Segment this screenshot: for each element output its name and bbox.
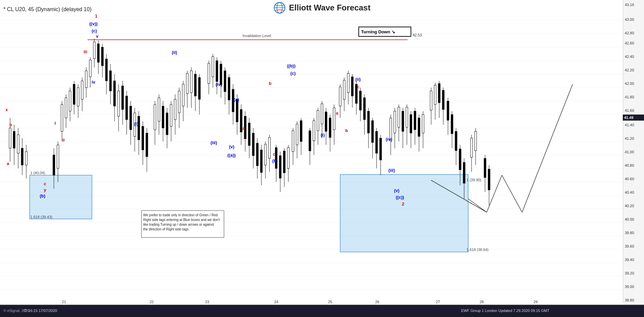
svg-rect-209 <box>367 111 369 133</box>
svg-rect-157 <box>252 133 254 156</box>
svg-rect-245 <box>451 115 453 134</box>
svg-rect-219 <box>394 111 396 133</box>
svg-rect-149 <box>236 99 238 122</box>
svg-rect-89 <box>105 59 107 81</box>
svg-text:25: 25 <box>328 300 332 304</box>
svg-rect-229 <box>414 111 416 130</box>
svg-rect-105 <box>138 116 140 140</box>
svg-rect-121 <box>174 99 176 120</box>
svg-text:22: 22 <box>150 300 154 304</box>
box2-level1: 1 (39.90) <box>466 178 481 182</box>
svg-rect-227 <box>410 115 412 133</box>
svg-rect-115 <box>162 106 164 128</box>
svg-rect-151 <box>240 109 242 132</box>
svg-text:39.20: 39.20 <box>625 271 634 275</box>
svg-rect-131 <box>194 74 196 96</box>
wave-2-right: 2 <box>402 201 404 207</box>
box1-b-label: (b) <box>40 193 45 198</box>
svg-rect-177 <box>296 124 298 145</box>
disclaimer-text-1: We prefer to trade only in direction of … <box>143 213 218 217</box>
wave-c-right: c <box>357 84 359 89</box>
svg-rect-107 <box>142 126 144 150</box>
svg-rect-55 <box>13 131 15 148</box>
svg-rect-193 <box>333 108 335 130</box>
svg-text:39.40: 39.40 <box>625 258 634 262</box>
svg-rect-129 <box>190 71 192 93</box>
wave-c-top: (c) <box>92 28 97 33</box>
svg-rect-59 <box>21 148 23 165</box>
svg-text:28: 28 <box>480 300 484 304</box>
svg-rect-139 <box>216 61 218 82</box>
svg-text:39.00: 39.00 <box>625 285 634 289</box>
wave-a-red-mid: a <box>243 126 245 131</box>
svg-rect-125 <box>182 84 184 106</box>
svg-rect-255 <box>475 131 477 151</box>
svg-rect-67 <box>61 104 63 131</box>
wave-b-red-lower: b <box>345 128 348 133</box>
wave-x: x <box>5 107 8 112</box>
svg-rect-69 <box>65 98 67 118</box>
svg-rect-63 <box>53 155 55 175</box>
invalidation-label: Invalidation Level <box>243 34 271 38</box>
wave-iii-red: iii <box>84 49 87 54</box>
svg-rect-249 <box>459 149 461 170</box>
wave-v-paren: (v) <box>229 144 234 149</box>
svg-rect-83 <box>93 42 95 59</box>
wave-i-paren: (i) <box>134 121 138 126</box>
blue-box-1 <box>30 175 92 219</box>
wave-ii-red: ii <box>62 137 65 142</box>
svg-rect-93 <box>114 81 116 106</box>
svg-rect-179 <box>300 121 302 141</box>
svg-text:41.00: 41.00 <box>625 150 634 154</box>
svg-text:42.00: 42.00 <box>625 82 634 86</box>
wave-iv-paren: (iv) <box>216 82 222 87</box>
svg-text:40.20: 40.20 <box>625 204 634 208</box>
bottom-right-text: EWF Group 1 London Updated 7.29.2020 09:… <box>461 309 549 313</box>
svg-rect-123 <box>178 91 180 113</box>
svg-text:41.80: 41.80 <box>625 95 634 99</box>
svg-rect-175 <box>292 131 294 152</box>
svg-rect-199 <box>347 73 349 93</box>
wave-aa-paren: ((a)) <box>227 153 236 158</box>
wave-cc-right: ((c)) <box>396 195 404 200</box>
wave-a-left: a <box>7 161 9 166</box>
svg-rect-4 <box>623 0 644 317</box>
svg-rect-75 <box>77 88 79 106</box>
wave-v-right: (v) <box>394 188 399 193</box>
svg-rect-213 <box>376 131 378 153</box>
svg-rect-231 <box>418 118 420 136</box>
svg-rect-111 <box>154 104 156 130</box>
svg-rect-109 <box>146 133 148 157</box>
svg-rect-79 <box>85 71 87 88</box>
wave-bb-blue: ((b)) <box>287 63 295 68</box>
svg-rect-253 <box>471 138 473 157</box>
svg-rect-161 <box>260 150 262 172</box>
wave-iii-paren: (iii) <box>211 140 217 145</box>
logo-area: Elliott Wave Forecast <box>273 2 371 14</box>
svg-text:40.60: 40.60 <box>625 177 634 181</box>
svg-rect-113 <box>158 98 160 121</box>
svg-text:21: 21 <box>62 300 66 304</box>
svg-rect-165 <box>268 137 270 158</box>
svg-rect-77 <box>81 81 83 99</box>
svg-rect-237 <box>434 85 436 104</box>
svg-text:42.40: 42.40 <box>625 55 634 59</box>
svg-rect-233 <box>422 115 424 133</box>
header: * CL U20, 45 (Dynamic) (delayed 10) Elli… <box>0 0 644 19</box>
svg-rect-239 <box>438 84 440 103</box>
logo-icon <box>273 2 286 14</box>
svg-rect-95 <box>118 91 120 116</box>
svg-rect-137 <box>212 57 214 77</box>
chart-title: * CL U20, 45 (Dynamic) (delayed 10) <box>3 6 92 12</box>
svg-rect-143 <box>224 71 226 92</box>
wave-iv-blue: iv <box>92 80 96 85</box>
box1-c-label: c <box>44 181 46 186</box>
svg-rect-145 <box>228 77 230 100</box>
svg-rect-215 <box>380 138 382 160</box>
svg-rect-119 <box>170 104 172 126</box>
svg-rect-187 <box>321 104 323 124</box>
svg-text:40.40: 40.40 <box>625 190 634 194</box>
box1-y-label: y <box>44 187 46 192</box>
wave-a-red-lower: a <box>336 110 339 116</box>
svg-text:38.80: 38.80 <box>625 298 634 302</box>
